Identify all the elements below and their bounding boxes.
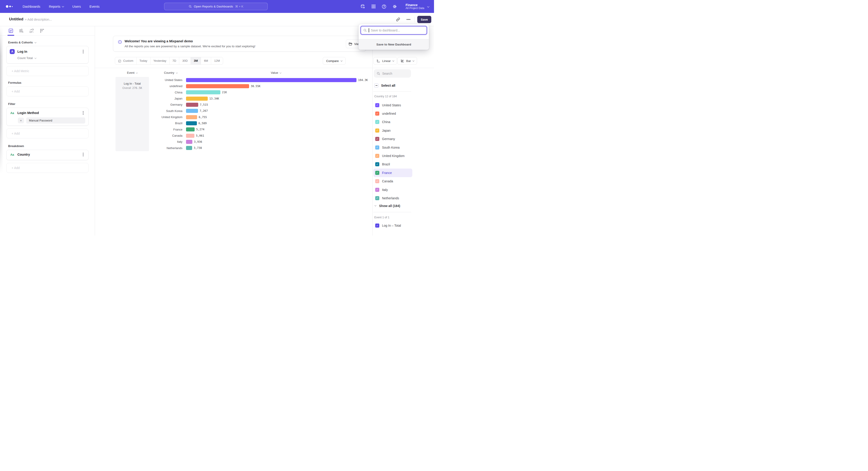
- legend-checkbox[interactable]: ✓: [375, 128, 379, 133]
- save-dashboard-search-input[interactable]: Save to dashboard...: [361, 26, 427, 35]
- save-to-dashboard-popover: Save to dashboard... Save to New Dashboa…: [359, 24, 429, 50]
- legend-item-germany[interactable]: ✓Germany: [373, 135, 412, 143]
- range-tab-7d[interactable]: 7D: [169, 57, 179, 64]
- mixpanel-logo-icon[interactable]: [6, 5, 13, 8]
- save-to-new-dashboard-button[interactable]: Save to New Dashboard: [359, 39, 429, 50]
- bar-segment[interactable]: [186, 90, 220, 94]
- settings-gear-icon[interactable]: [392, 4, 397, 9]
- event-legend-item[interactable]: ✓ Log In – Total: [375, 224, 401, 228]
- report-title[interactable]: Untitled: [9, 17, 23, 22]
- legend-checkbox[interactable]: ✓: [375, 196, 379, 200]
- info-icon: [118, 40, 122, 45]
- project-switcher[interactable]: Finance All Project Data: [405, 3, 424, 10]
- nav-item-users[interactable]: Users: [72, 5, 81, 8]
- legend-item-japan[interactable]: ✓Japan: [373, 126, 412, 135]
- bar-segment[interactable]: [186, 140, 192, 144]
- breakdown-property-name[interactable]: Country: [18, 153, 30, 156]
- legend-checkbox[interactable]: ✓: [375, 188, 379, 192]
- metric-name[interactable]: Log In: [18, 50, 27, 53]
- add-metric-button[interactable]: + Add Metric: [6, 66, 89, 76]
- legend-item-south-korea[interactable]: ✓South Korea: [373, 143, 412, 152]
- save-button[interactable]: Save: [417, 16, 431, 23]
- legend-checkbox[interactable]: ✓: [375, 120, 379, 124]
- breakdown-menu-icon[interactable]: [81, 152, 85, 156]
- bar-segment[interactable]: [186, 103, 198, 107]
- legend-checkbox[interactable]: ✓: [375, 103, 379, 107]
- add-filter-button[interactable]: + Add: [6, 128, 89, 139]
- tab-retention[interactable]: [39, 28, 45, 33]
- breakdown-card-country[interactable]: Aa Country: [6, 150, 89, 160]
- legend-item-united-states[interactable]: ✓United States: [373, 101, 412, 109]
- filter-operator[interactable]: =: [18, 118, 24, 123]
- events-cohorts-heading[interactable]: Events & Cohorts: [8, 41, 36, 44]
- add-formula-button[interactable]: + Add: [6, 86, 89, 96]
- legend-search-input[interactable]: Search: [374, 69, 411, 78]
- select-all-row[interactable]: Select all: [374, 84, 395, 88]
- legend-checkbox[interactable]: ✓: [375, 137, 379, 141]
- more-actions-icon[interactable]: [405, 17, 411, 22]
- bar-segment[interactable]: [186, 115, 197, 119]
- chart-type-button[interactable]: Bar: [397, 57, 417, 65]
- nav-item-reports[interactable]: Reports: [49, 5, 64, 8]
- filter-value[interactable]: Manual Password: [26, 117, 85, 123]
- range-tab-12m[interactable]: 12M: [211, 57, 223, 64]
- bar-segment[interactable]: [186, 97, 208, 101]
- bar-segment[interactable]: [186, 134, 194, 138]
- legend-label: Netherlands: [382, 196, 399, 200]
- legend-item-france[interactable]: ✓France: [373, 169, 412, 177]
- legend-checkbox[interactable]: ✓: [375, 154, 379, 158]
- data-management-icon[interactable]: [360, 4, 365, 9]
- bar-segment[interactable]: [186, 78, 356, 82]
- filter-property-name[interactable]: Login Method: [18, 111, 39, 115]
- copy-link-icon[interactable]: [395, 17, 401, 22]
- legend-item-brazil[interactable]: ✓Brazil: [373, 160, 412, 169]
- tab-funnels[interactable]: [19, 28, 24, 33]
- legend-checkbox[interactable]: ✓: [375, 171, 379, 175]
- range-tab-3m[interactable]: 3M: [191, 57, 201, 64]
- banner-title: Welcome! You are viewing a Mixpanel demo: [125, 39, 193, 43]
- column-header-event[interactable]: Event: [127, 71, 138, 75]
- legend-item-italy[interactable]: ✓Italy: [373, 185, 412, 194]
- filter-menu-icon[interactable]: [81, 111, 85, 115]
- event-checkbox[interactable]: ✓: [375, 224, 379, 228]
- nav-item-dashboards[interactable]: Dashboards: [23, 5, 40, 8]
- compare-button[interactable]: Compare: [323, 57, 346, 65]
- legend-item-canada[interactable]: ✓Canada: [373, 177, 412, 185]
- legend-checkbox[interactable]: ✓: [375, 162, 379, 166]
- global-search-button[interactable]: Open Reports & Dashboards ⌘ + K: [164, 3, 268, 10]
- legend-checkbox[interactable]: ✓: [375, 112, 379, 116]
- range-tab-yesterday[interactable]: Yesterday: [150, 57, 169, 64]
- filter-card-login-method[interactable]: Aa Login Method = Manual Password: [6, 108, 89, 126]
- bar-segment[interactable]: [186, 146, 192, 150]
- metric-menu-icon[interactable]: [81, 50, 85, 54]
- range-tab-6m[interactable]: 6M: [201, 57, 211, 64]
- nav-item-events[interactable]: Events: [90, 5, 99, 8]
- add-description-field[interactable]: + Add description...: [25, 18, 52, 21]
- tab-flows[interactable]: [29, 28, 34, 33]
- show-all-toggle[interactable]: Show all (184): [375, 204, 400, 208]
- bar-segment[interactable]: [186, 127, 195, 131]
- legend-item-china[interactable]: ✓China: [373, 118, 412, 126]
- range-tab-custom[interactable]: Custom: [115, 57, 136, 64]
- bar-segment[interactable]: [186, 84, 249, 88]
- range-tab-today[interactable]: Today: [136, 57, 150, 64]
- legend-checkbox[interactable]: ✓: [375, 179, 379, 183]
- scale-selector-button[interactable]: Linear: [373, 57, 397, 65]
- aggregation-selector[interactable]: Count Total: [18, 56, 85, 60]
- bar-segment[interactable]: [186, 121, 197, 125]
- column-header-value[interactable]: Value: [271, 71, 281, 75]
- range-tab-30d[interactable]: 30D: [179, 57, 191, 64]
- column-header-country[interactable]: Country: [164, 71, 177, 75]
- metric-card-login[interactable]: A Log In Count Total: [6, 46, 89, 64]
- add-breakdown-button[interactable]: + Add: [6, 163, 89, 173]
- legend-item-netherlands[interactable]: ✓Netherlands: [373, 194, 412, 202]
- bar-category-label: Japan: [149, 97, 182, 100]
- legend-item-undefined[interactable]: ✓undefined: [373, 109, 412, 118]
- tab-insights[interactable]: [8, 28, 13, 33]
- apps-grid-icon[interactable]: [371, 4, 376, 9]
- legend-item-united-kingdom[interactable]: ✓United Kingdom: [373, 152, 412, 160]
- select-all-checkbox[interactable]: [374, 84, 378, 88]
- help-icon[interactable]: [381, 4, 386, 9]
- bar-segment[interactable]: [186, 109, 198, 113]
- legend-checkbox[interactable]: ✓: [375, 145, 379, 150]
